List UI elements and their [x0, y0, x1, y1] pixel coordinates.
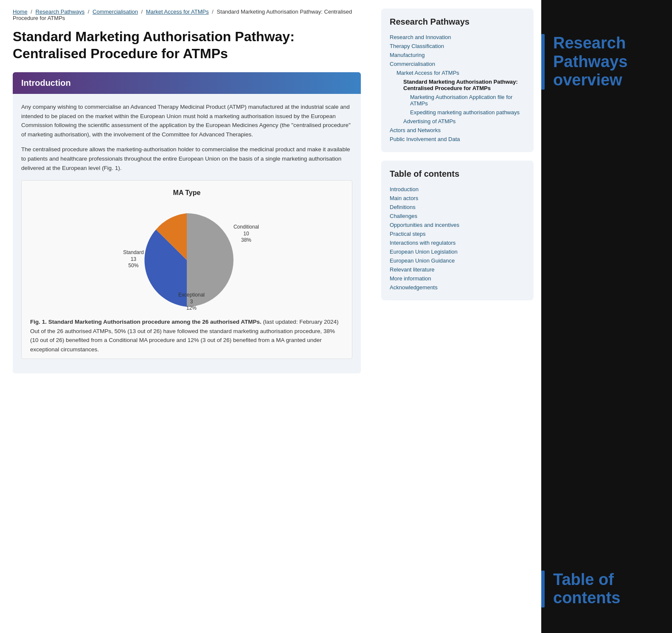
- intro-paragraph-2: The centralised procedure allows the mar…: [21, 145, 352, 172]
- page-title: Standard Marketing Authorisation Pathway…: [13, 28, 361, 62]
- toc-definitions[interactable]: Definitions: [390, 203, 525, 212]
- right-panel-block-1: Research Pathways overview: [541, 0, 672, 115]
- toc-title: Table of contents: [390, 169, 525, 179]
- research-pathways-nav: Research and Innovation Therapy Classifi…: [390, 33, 525, 144]
- toc-eu-legislation[interactable]: European Union Legislation: [390, 247, 525, 256]
- breadcrumb-market-access[interactable]: Market Access for ATMPs: [146, 8, 209, 15]
- nav-manufacturing[interactable]: Manufacturing: [390, 51, 525, 59]
- toc-relevant-literature[interactable]: Relevant literature: [390, 265, 525, 274]
- nav-commercialisation[interactable]: Commercialisation: [390, 59, 525, 68]
- right-panel: Research Pathways overview Table of cont…: [541, 0, 672, 633]
- breadcrumb-sep-4: /: [212, 8, 214, 15]
- toc-practical-steps[interactable]: Practical steps: [390, 229, 525, 238]
- toc-challenges[interactable]: Challenges: [390, 212, 525, 220]
- breadcrumb-sep-3: /: [141, 8, 143, 15]
- nav-therapy-classification[interactable]: Therapy Classification: [390, 42, 525, 51]
- nav-expediting[interactable]: Expediting marketing authorisation pathw…: [390, 108, 525, 117]
- intro-paragraph-1: Any company wishing to commercialise an …: [21, 102, 352, 139]
- research-pathways-title: Research Pathways: [390, 17, 525, 27]
- intro-heading: Introduction: [21, 78, 352, 88]
- toc-more-info[interactable]: More information: [390, 274, 525, 283]
- toc-acknowledgements[interactable]: Acknowledgements: [390, 283, 525, 292]
- nav-research-innovation[interactable]: Research and Innovation: [390, 33, 525, 42]
- toc-nav: Introduction Main actors Definitions Cha…: [390, 185, 525, 292]
- right-panel-text-2: Table of contents: [545, 571, 672, 608]
- nav-ma-application[interactable]: Marketing Authorisation Application file…: [390, 93, 525, 108]
- chart-title: MA Type: [173, 189, 201, 197]
- right-panel-text-1: Research Pathways overview: [545, 34, 672, 90]
- intro-content: Any company wishing to commercialise an …: [13, 94, 361, 373]
- toc-eu-guidance[interactable]: European Union Guidance: [390, 256, 525, 265]
- breadcrumb-research-pathways[interactable]: Research Pathways: [36, 8, 85, 15]
- chart-svg: Standard1350% Conditional1038% Exception…: [110, 203, 263, 313]
- nav-advertising[interactable]: Advertising of ATMPs: [390, 117, 525, 126]
- breadcrumb-sep-1: /: [31, 8, 32, 15]
- right-panel-bar-1: [541, 34, 545, 90]
- toc-introduction[interactable]: Introduction: [390, 185, 525, 194]
- research-pathways-card: Research Pathways Research and Innovatio…: [381, 8, 534, 152]
- chart-container: MA Type: [21, 180, 352, 359]
- nav-public-involvement[interactable]: Public Involvement and Data: [390, 135, 525, 144]
- sidebar: Research Pathways Research and Innovatio…: [374, 0, 541, 633]
- toc-card: Table of contents Introduction Main acto…: [381, 161, 534, 300]
- breadcrumb-sep-2: /: [88, 8, 90, 15]
- nav-market-access[interactable]: Market Access for ATMPs: [390, 68, 525, 77]
- breadcrumb-commercialisation[interactable]: Commercialisation: [93, 8, 138, 15]
- right-panel-bar-2: [541, 571, 545, 608]
- nav-standard-ma[interactable]: Standard Marketing Authorisation Pathway…: [390, 77, 525, 93]
- nav-actors-networks[interactable]: Actors and Networks: [390, 126, 525, 135]
- right-panel-block-2: Table of contents: [541, 545, 672, 633]
- breadcrumb-home[interactable]: Home: [13, 8, 28, 15]
- fig-caption: Fig. 1. Standard Marketing Authorisation…: [30, 317, 343, 354]
- toc-opportunities[interactable]: Opportunities and incentives: [390, 220, 525, 229]
- intro-header: Introduction: [13, 72, 361, 94]
- toc-main-actors[interactable]: Main actors: [390, 194, 525, 203]
- toc-interactions[interactable]: Interactions with regulators: [390, 238, 525, 247]
- breadcrumb: Home / Research Pathways / Commercialisa…: [13, 8, 361, 21]
- fig-caption-bold: Fig. 1. Standard Marketing Authorisation…: [30, 319, 261, 325]
